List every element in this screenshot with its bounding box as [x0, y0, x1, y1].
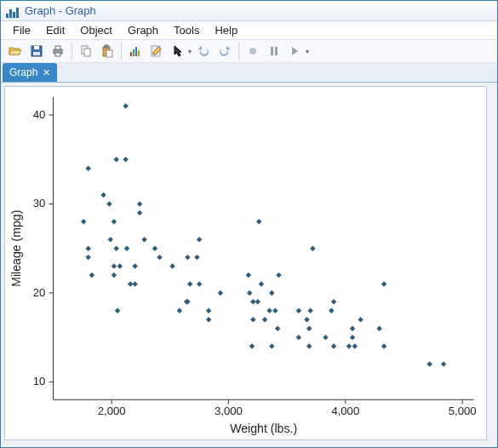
menu-help[interactable]: Help [208, 21, 244, 39]
scatter-plot: 2,0003,0004,0005,00010203040Weight (lbs.… [5, 87, 486, 439]
menu-tools[interactable]: Tools [167, 21, 206, 39]
svg-rect-9 [105, 45, 108, 48]
svg-text:Mileage (mpg): Mileage (mpg) [9, 210, 23, 287]
svg-rect-13 [135, 47, 137, 56]
svg-rect-18 [275, 47, 278, 55]
svg-point-16 [249, 48, 256, 55]
print-icon[interactable] [49, 42, 67, 60]
svg-rect-5 [55, 53, 60, 56]
svg-rect-1 [34, 46, 39, 49]
svg-rect-7 [84, 49, 90, 56]
save-icon[interactable] [27, 42, 46, 60]
menu-edit[interactable]: Edit [39, 21, 72, 39]
dropdown-arrow-icon[interactable]: ▾ [306, 48, 309, 55]
svg-text:30: 30 [33, 198, 46, 210]
paste-icon[interactable] [98, 42, 117, 60]
pointer-icon[interactable] [169, 42, 187, 60]
start-icon[interactable] [243, 42, 262, 60]
app-bar-chart-icon [6, 4, 20, 18]
app-window: Graph - Graph File Edit Object Graph Too… [0, 0, 498, 448]
tab-strip: Graph ✕ [1, 63, 497, 83]
rename-icon[interactable] [147, 42, 166, 60]
svg-text:5,000: 5,000 [449, 405, 477, 418]
tab-graph[interactable]: Graph ✕ [3, 63, 57, 82]
window-title: Graph - Graph [25, 4, 96, 17]
menu-bar: File Edit Object Graph Tools Help [1, 21, 497, 40]
svg-text:Weight (lbs.): Weight (lbs.) [230, 422, 297, 435]
svg-rect-14 [138, 50, 140, 56]
edit-graph-icon[interactable] [126, 42, 145, 60]
copy-icon[interactable] [77, 42, 95, 60]
svg-text:3,000: 3,000 [215, 405, 243, 418]
svg-rect-11 [130, 52, 132, 56]
pause-icon[interactable] [265, 42, 283, 60]
toolbar-separator [121, 43, 122, 60]
step-icon[interactable] [286, 42, 305, 60]
redo-icon[interactable] [215, 42, 234, 60]
svg-rect-2 [33, 52, 40, 55]
svg-text:10: 10 [33, 376, 46, 388]
svg-text:4,000: 4,000 [331, 405, 359, 418]
graph-panel[interactable]: 2,0003,0004,0005,00010203040Weight (lbs.… [4, 86, 487, 440]
close-icon[interactable]: ✕ [43, 67, 50, 78]
dropdown-arrow-icon[interactable]: ▾ [188, 48, 192, 55]
svg-text:2,000: 2,000 [98, 405, 126, 418]
content-area: 2,0003,0004,0005,00010203040Weight (lbs.… [1, 83, 497, 447]
toolbar-separator [72, 43, 72, 60]
svg-marker-19 [292, 47, 298, 55]
undo-icon[interactable] [194, 42, 213, 60]
svg-text:40: 40 [33, 108, 46, 121]
open-icon[interactable] [6, 42, 25, 60]
svg-rect-4 [55, 46, 60, 49]
tab-label: Graph [9, 66, 37, 78]
menu-object[interactable]: Object [73, 21, 119, 39]
svg-rect-12 [133, 49, 135, 56]
toolbar-separator [238, 43, 239, 60]
svg-rect-17 [271, 47, 273, 55]
title-bar: Graph - Graph [1, 1, 497, 21]
svg-rect-10 [106, 50, 112, 57]
menu-file[interactable]: File [6, 21, 37, 39]
svg-text:20: 20 [33, 286, 46, 299]
toolbar: ▾ ▾ [1, 40, 497, 63]
menu-graph[interactable]: Graph [121, 21, 165, 39]
